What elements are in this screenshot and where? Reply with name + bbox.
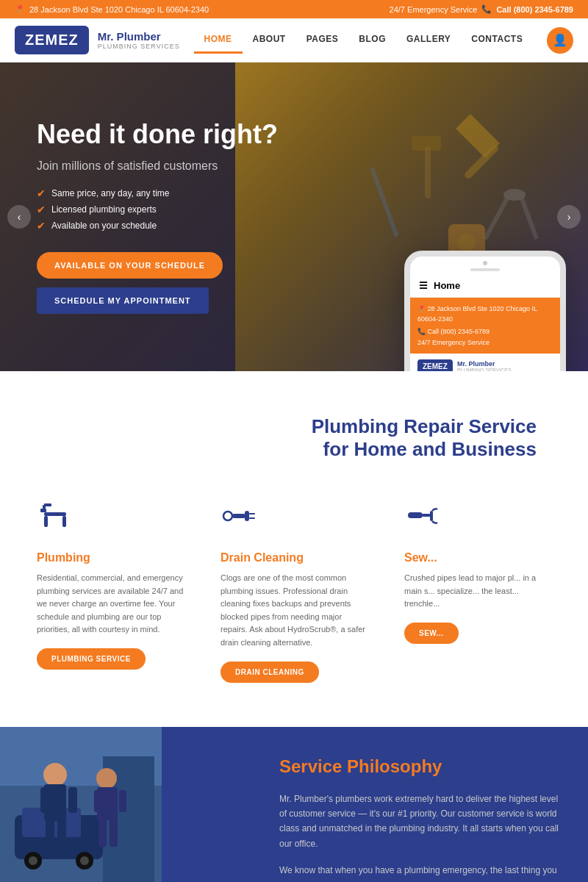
site-header: ZEMEZ Mr. Plumber PLUMBING SERVICES HOME… — [0, 18, 588, 62]
check-icon-2: ✔ — [37, 204, 46, 215]
location-icon: 📍 — [15, 4, 25, 14]
mobile-logo-badge: ZEMEZ — [417, 359, 453, 371]
brand-name: Mr. Plumber — [98, 30, 180, 43]
svg-point-32 — [80, 856, 89, 865]
phone-icon: 📞 — [481, 4, 492, 14]
main-nav: HOME ABOUT PAGES BLOG GALLERY CONTACTS — [194, 26, 534, 54]
check-icon-3: ✔ — [37, 220, 46, 232]
philosophy-para-2: We know that when you have a plumbing em… — [279, 863, 559, 882]
svg-point-16 — [223, 512, 232, 520]
svg-point-15 — [46, 509, 49, 512]
svg-rect-19 — [249, 513, 255, 514]
mobile-logo-row: ZEMEZ Mr. Plumber PLUMBING SERVICES — [410, 354, 560, 371]
nav-item-gallery[interactable]: GALLERY — [396, 26, 461, 54]
mobile-brand-name: Mr. Plumber — [457, 360, 512, 368]
philosophy-content: Service Philosophy Mr. Plumber's plumber… — [250, 727, 588, 882]
philosophy-para-1: Mr. Plumber's plumbers work extremely ha… — [279, 792, 559, 852]
nav-item-blog[interactable]: BLOG — [348, 26, 396, 54]
svg-rect-23 — [430, 511, 433, 521]
svg-rect-6 — [370, 167, 399, 237]
available-schedule-button[interactable]: AVAILABLE ON YOUR SCHEDULE — [37, 252, 223, 279]
top-bar-phone[interactable]: Call (800) 2345-6789 — [496, 5, 573, 14]
schedule-appointment-button[interactable]: SCHEDULE MY APPOINTMENT — [37, 287, 209, 314]
hero-feature-1: ✔ Same price, any day, any time — [37, 187, 278, 199]
philosophy-section: Service Philosophy Mr. Plumber's plumber… — [0, 727, 588, 882]
mobile-emergency: 24/7 Emergency Service — [417, 337, 553, 348]
svg-rect-14 — [44, 503, 51, 506]
svg-point-30 — [29, 856, 37, 865]
mobile-location-icon: 📍 — [417, 305, 426, 312]
service-card-sewer: Sew... Crushed pipes lead to major pl...… — [397, 490, 559, 690]
nav-item-pages[interactable]: PAGES — [296, 26, 349, 54]
svg-rect-42 — [119, 790, 126, 812]
service-desc-drain: Clogs are one of the most common plumbin… — [220, 572, 368, 650]
nav-item-contacts[interactable]: CONTACTS — [461, 26, 533, 54]
philosophy-images — [0, 727, 250, 882]
mobile-nav-header: ☰ Home — [410, 274, 560, 298]
hero-title: Need it done right? — [37, 120, 278, 149]
service-card-plumbing: Plumbing Residential, commercial, and em… — [29, 490, 191, 690]
hero-next-button[interactable]: › — [557, 205, 581, 229]
svg-rect-17 — [232, 514, 245, 518]
services-section-title: Plumbing Repair Service for Home and Bus… — [29, 415, 559, 461]
plumbing-service-button[interactable]: PLUMBING SERVICE — [37, 648, 146, 670]
mobile-phone[interactable]: 📞 Call (800) 2345-6789 — [417, 326, 553, 337]
mobile-phone-icon: 📞 — [417, 328, 426, 335]
mobile-mockup: ☰ Home 📍 28 Jackson Blvd Ste 1020 Chicag… — [404, 251, 566, 371]
svg-rect-2 — [425, 147, 431, 198]
svg-rect-21 — [408, 512, 423, 518]
service-title-plumbing: Plumbing — [37, 551, 184, 564]
mobile-brand-sub: PLUMBING SERVICES — [457, 368, 512, 371]
brand-info: Mr. Plumber PLUMBING SERVICES — [98, 30, 180, 50]
hamburger-icon: ☰ — [419, 280, 428, 291]
top-bar: 📍 28 Jackson Blvd Ste 1020 Chicago IL 60… — [0, 0, 588, 18]
service-title-sewer: Sew... — [404, 551, 551, 564]
mobile-camera — [483, 261, 487, 265]
svg-rect-43 — [98, 819, 107, 847]
hero-section: Need it done right? Join millions of sat… — [0, 62, 588, 371]
svg-point-8 — [458, 234, 476, 251]
hero-content: Need it done right? Join millions of sat… — [0, 90, 315, 343]
services-section: Plumbing Repair Service for Home and Bus… — [0, 371, 588, 727]
nav-item-home[interactable]: HOME — [194, 26, 243, 54]
svg-rect-11 — [62, 516, 66, 527]
plumbers-illustration — [0, 727, 162, 882]
logo-area: ZEMEZ Mr. Plumber PLUMBING SERVICES — [15, 26, 180, 54]
nav-item-about[interactable]: ABOUT — [243, 26, 296, 54]
plumbing-icon — [37, 498, 184, 541]
philosophy-title: Service Philosophy — [279, 756, 559, 777]
hero-feature-3: ✔ Available on your schedule — [37, 220, 278, 232]
hero-prev-button[interactable]: ‹ — [7, 205, 31, 229]
service-title-drain: Drain Cleaning — [220, 551, 368, 564]
service-card-drain: Drain Cleaning Clogs are one of the most… — [213, 490, 375, 690]
logo-badge[interactable]: ZEMEZ — [15, 26, 89, 54]
drain-cleaning-button[interactable]: DRAIN CLEANING — [220, 662, 319, 683]
svg-rect-22 — [422, 514, 431, 517]
svg-rect-37 — [46, 819, 54, 848]
svg-point-33 — [43, 763, 67, 786]
hero-subtitle: Join millions of satisfied customers — [37, 159, 278, 173]
check-icon-1: ✔ — [37, 187, 46, 199]
svg-rect-36 — [68, 787, 77, 813]
hero-feature-2: ✔ Licensed plumbing experts — [37, 204, 278, 215]
svg-rect-18 — [245, 511, 249, 521]
svg-point-39 — [96, 768, 117, 789]
svg-rect-9 — [44, 512, 66, 516]
svg-line-5 — [522, 198, 537, 239]
top-bar-contact-group: 24/7 Emergency Service 📞 Call (800) 2345… — [390, 4, 573, 14]
mobile-home-label: Home — [434, 280, 460, 291]
service-desc-sewer: Crushed pipes lead to major pl... in a m… — [404, 572, 551, 611]
svg-rect-35 — [40, 787, 49, 813]
svg-rect-44 — [110, 819, 118, 847]
svg-line-4 — [485, 198, 507, 239]
sewer-service-button[interactable]: SEW... — [404, 623, 459, 644]
mobile-speaker — [470, 268, 500, 271]
mobile-topbar: 📍 28 Jackson Blvd Ste 1020 Chicago IL 60… — [410, 298, 560, 354]
svg-rect-38 — [57, 819, 66, 848]
brand-sub: PLUMBING SERVICES — [98, 43, 180, 50]
hero-features-list: ✔ Same price, any day, any time ✔ Licens… — [37, 187, 278, 232]
top-bar-address-group: 📍 28 Jackson Blvd Ste 1020 Chicago IL 60… — [15, 4, 209, 14]
user-icon[interactable]: 👤 — [547, 27, 573, 54]
service-desc-plumbing: Residential, commercial, and emergency p… — [37, 572, 184, 637]
svg-rect-20 — [249, 517, 255, 519]
